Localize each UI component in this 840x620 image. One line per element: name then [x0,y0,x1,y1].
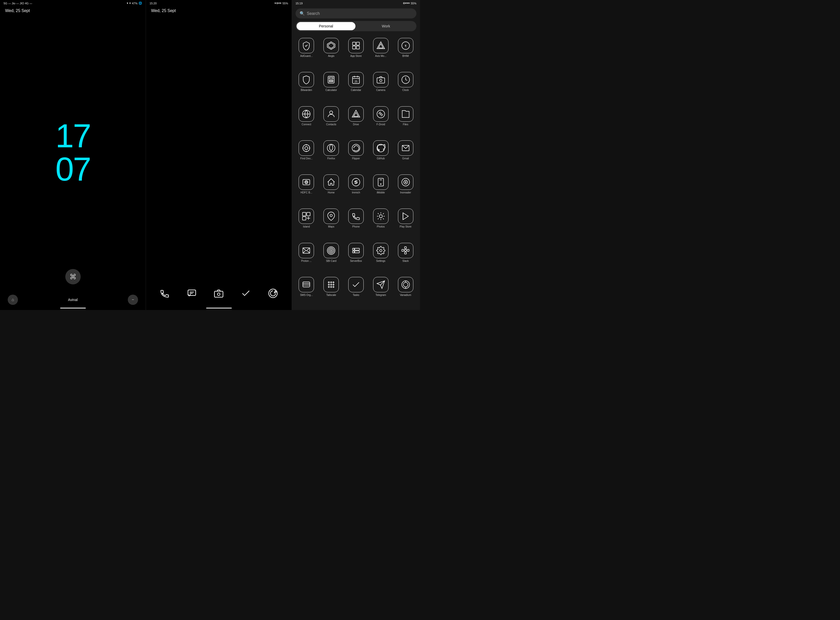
app-item-proton[interactable]: Proton ... [294,240,319,274]
app-item-fdroid[interactable]: F-Droid [368,104,393,138]
app-item-sbicard[interactable]: SBI Card [319,240,344,274]
svg-rect-59 [302,217,306,220]
app-icon-wrap-connect [299,106,314,122]
app-item-vanadium[interactable]: Vanadium [393,274,418,308]
app-item-island[interactable]: Island [294,206,319,240]
app-label-flipper: Flipper [352,157,360,160]
signal-icon: ▾ [129,2,131,5]
svg-text:₹: ₹ [405,44,407,48]
app-item-clock[interactable]: Clock [393,69,418,104]
app-label-connect: Connect [302,123,311,126]
app-item-camera[interactable]: Camera [368,69,393,104]
app-label-bhim: BHIM [402,54,409,57]
svg-line-67 [378,214,379,214]
dock-messages[interactable] [185,287,198,300]
app-item-tailscale[interactable]: Tailscale [319,274,344,308]
svg-marker-73 [403,213,408,220]
date-label-1: Wed, 25 Sept [0,6,146,15]
home-icon: ⌂ [12,298,14,302]
app-icon-wrap-tailscale [323,277,339,292]
app-item-smsorg[interactable]: SMS Org... [294,274,319,308]
svg-point-19 [332,80,333,81]
app-grid: AdGuard... Aegis App Store Axis Mo... ₹ … [292,34,420,310]
app-item-aegis[interactable]: Aegis [319,35,344,69]
svg-point-22 [332,81,333,82]
svg-point-37 [305,146,308,150]
app-icon-wrap-clock [398,72,413,87]
app-item-settings[interactable]: Settings [368,240,393,274]
app-item-connect[interactable]: Connect [294,104,319,138]
svg-rect-87 [402,249,404,251]
dock-camera[interactable] [212,287,225,300]
app-item-axis[interactable]: Axis Mo... [368,35,393,69]
tab-personal[interactable]: Personal [296,22,355,30]
dock-tasks[interactable] [239,287,252,300]
app-item-phone[interactable]: Phone [344,206,368,240]
dock-icons [151,284,287,302]
app-label-sbicard: SBI Card [326,260,337,262]
app-item-bitwarden[interactable]: Bitwarden [294,69,319,104]
search-bar[interactable]: 🔍 Search [296,9,416,18]
app-item-adguard[interactable]: AdGuard... [294,35,319,69]
app-icon-wrap-slack [398,243,413,258]
svg-point-80 [330,249,333,252]
app-item-playstore[interactable]: Play Store [393,206,418,240]
svg-point-102 [331,286,332,288]
app-item-firefox[interactable]: Firefox [319,138,344,172]
app-item-slack[interactable]: Slack [393,240,418,274]
app-item-calculator[interactable]: Calculator [319,69,344,104]
app-icon-wrap-vanadium [398,277,413,292]
fingerprint-button[interactable]: ⌘ [65,269,81,284]
svg-rect-82 [352,248,359,250]
app-item-maps[interactable]: Maps [319,206,344,240]
svg-line-68 [383,218,384,219]
svg-point-51 [355,181,357,183]
svg-point-63 [330,214,332,217]
app-item-gmail[interactable]: Gmail [393,138,418,172]
app-item-flipper[interactable]: Flipper [344,138,368,172]
app-item-files[interactable]: Files [393,104,418,138]
app-item-photos[interactable]: Photos [368,206,393,240]
app-item-serverbox[interactable]: ServerBox [344,240,368,274]
app-icon-wrap-photos [373,209,389,224]
app-item-immich[interactable]: Immich [344,172,368,206]
app-item-imobile[interactable]: iMobile [368,172,393,206]
app-item-finddev[interactable]: Find Dev... [294,138,319,172]
tab-work[interactable]: Work [356,22,415,30]
app-item-github[interactable]: GitHub [368,138,393,172]
app-item-drive[interactable]: Drive [344,104,368,138]
app-icon-wrap-firefox [323,140,339,156]
date-label-2: Wed, 25 Sept [146,6,292,15]
app-icon-wrap-gmail [398,140,413,156]
status-left-1: 5G — Jio — JIO 4G — [4,2,32,5]
home-bar-2 [206,308,232,308]
app-item-calendar[interactable]: 25 Calendar [344,69,368,104]
app-label-github: GitHub [377,157,385,160]
svg-point-98 [328,284,330,285]
app-item-contacts[interactable]: Contacts [319,104,344,138]
app-item-appstore[interactable]: App Store [344,35,368,69]
app-icon-wrap-telegram [373,277,389,292]
time-2: 15:20 [150,2,157,5]
dock-fdroid[interactable] [267,287,279,300]
app-item-bhim[interactable]: ₹ BHIM [393,35,418,69]
app-label-slack: Slack [402,260,409,262]
app-item-telegram[interactable]: Telegram [368,274,393,308]
svg-point-36 [380,113,382,115]
app-icon-wrap-imobile [373,175,389,190]
status-time-3: 15:19 [296,2,303,5]
svg-point-4 [218,293,220,295]
app-label-maps: Maps [328,225,334,228]
home-button[interactable]: ⌂ [8,295,18,305]
app-label-drive: Drive [353,123,359,126]
minus-button[interactable]: − [128,295,138,305]
battery-1: 47% [132,2,138,5]
app-item-home[interactable]: Home [319,172,344,206]
app-item-hdfc[interactable]: HDFC B... [294,172,319,206]
app-label-firefox: Firefox [327,157,335,160]
nav-label: Avinal [68,298,78,302]
svg-point-79 [329,248,334,253]
app-item-inoreader[interactable]: Inoreader [393,172,418,206]
dock-phone[interactable] [158,287,171,300]
app-item-tasks[interactable]: Tasks [344,274,368,308]
